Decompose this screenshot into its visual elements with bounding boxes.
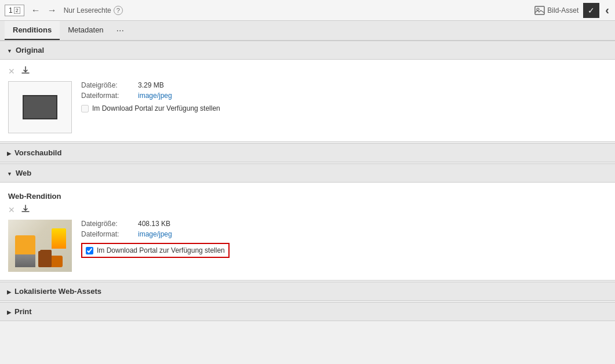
section-print-title: Print <box>14 307 32 316</box>
original-thumbnail <box>8 81 72 133</box>
section-lokalisierte: Lokalisierte Web-Assets <box>0 282 615 301</box>
original-file-info: Dateigröße: 3.29 MB Dateiformat: image/j… <box>8 81 607 133</box>
original-download-portal-row: Im Download Portal zur Verfügung stellen <box>81 104 220 112</box>
tab-renditions[interactable]: Renditions <box>5 21 60 40</box>
section-web-title: Web <box>16 169 31 177</box>
original-action-icons: ✕ <box>8 65 607 77</box>
section-original-content: ✕ Dateigröße: 3.29 MB Date <box>0 60 615 142</box>
web-action-icons: ✕ <box>8 204 607 215</box>
section-web-arrow <box>7 169 12 177</box>
original-format-row: Dateiformat: image/jpeg <box>81 92 220 100</box>
web-thumbnail <box>8 220 72 272</box>
web-format-row: Dateiformat: image/jpeg <box>81 230 230 238</box>
section-original: Original ✕ Dateigröße: 3.29 MB <box>0 41 615 142</box>
section-print-header[interactable]: Print <box>0 302 615 321</box>
top-bar: 1 2 ← → Nur Leserechte ? Bild-Asset ✓ ‹ <box>0 0 615 21</box>
original-filesize-label: Dateigröße: <box>81 81 133 89</box>
help-icon[interactable]: ? <box>114 6 123 15</box>
svg-point-1 <box>537 8 539 10</box>
web-filesize-value: 408.13 KB <box>138 220 170 228</box>
section-web-header[interactable]: Web <box>0 163 615 183</box>
page-num-1: 1 <box>9 6 13 14</box>
web-filesize-row: Dateigröße: 408.13 KB <box>81 220 230 228</box>
web-thumb-blender <box>8 220 72 272</box>
section-vorschaubild-arrow <box>7 148 11 157</box>
section-print-arrow <box>7 307 11 316</box>
web-download-portal-row: Im Download Portal zur Verfügung stellen <box>81 243 230 258</box>
section-vorschaubild-title: Vorschaubild <box>14 148 61 157</box>
original-download-portal-checkbox[interactable] <box>81 105 89 112</box>
section-print: Print <box>0 302 615 321</box>
web-format-label: Dateiformat: <box>81 230 133 238</box>
original-download-icon[interactable] <box>21 65 30 77</box>
section-web-content: Web-Rendition ✕ <box>0 183 615 281</box>
web-close-icon: ✕ <box>8 205 15 214</box>
bild-asset-text: Bild-Asset <box>547 6 578 14</box>
page-indicator[interactable]: 1 2 <box>5 5 24 16</box>
back-btn[interactable]: ← <box>29 4 43 17</box>
original-close-icon: ✕ <box>8 67 15 76</box>
top-bar-left: 1 2 ← → Nur Leserechte ? <box>5 4 123 17</box>
asset-type-icon <box>534 5 545 16</box>
original-download-portal-label: Im Download Portal zur Verfügung stellen <box>92 104 220 112</box>
web-file-info: Dateigröße: 408.13 KB Dateiformat: image… <box>8 220 607 272</box>
readonly-badge: Nur Leserechte ? <box>64 6 123 15</box>
svg-rect-0 <box>535 6 544 14</box>
section-original-arrow <box>7 46 12 54</box>
original-thumb-img <box>23 95 57 119</box>
web-meta: Dateigröße: 408.13 KB Dateiformat: image… <box>81 220 230 258</box>
web-download-portal-checkbox[interactable] <box>86 247 93 254</box>
section-original-header[interactable]: Original <box>0 41 615 60</box>
top-bar-right: Bild-Asset ✓ ‹ <box>534 2 610 18</box>
original-format-label: Dateiformat: <box>81 92 133 100</box>
nav-arrows: ← → <box>29 4 59 17</box>
confirm-btn[interactable]: ✓ <box>583 3 599 18</box>
forward-btn[interactable]: → <box>45 4 59 17</box>
web-format-value: image/jpeg <box>138 230 172 238</box>
web-filesize-label: Dateigröße: <box>81 220 133 228</box>
section-original-title: Original <box>16 46 44 54</box>
section-vorschaubild: Vorschaubild <box>0 143 615 162</box>
original-format-value: image/jpeg <box>138 92 172 100</box>
collapse-btn[interactable]: ‹ <box>604 2 610 18</box>
tab-metadaten[interactable]: Metadaten <box>60 21 111 40</box>
content-area: Original ✕ Dateigröße: 3.29 MB <box>0 41 615 364</box>
bild-asset-label: Bild-Asset <box>534 5 578 16</box>
tab-more-btn[interactable]: ··· <box>112 23 129 38</box>
original-filesize-value: 3.29 MB <box>138 81 164 89</box>
section-vorschaubild-header[interactable]: Vorschaubild <box>0 143 615 162</box>
section-lokalisierte-arrow <box>7 287 11 296</box>
web-sub-title: Web-Rendition <box>8 188 607 204</box>
web-download-icon[interactable] <box>21 204 30 215</box>
tabs-bar: Renditions Metadaten ··· <box>0 21 615 41</box>
section-lokalisierte-title: Lokalisierte Web-Assets <box>14 287 101 296</box>
section-lokalisierte-header[interactable]: Lokalisierte Web-Assets <box>0 282 615 301</box>
original-meta: Dateigröße: 3.29 MB Dateiformat: image/j… <box>81 81 220 112</box>
original-filesize-row: Dateigröße: 3.29 MB <box>81 81 220 89</box>
readonly-label: Nur Leserechte <box>64 6 111 14</box>
section-web: Web Web-Rendition ✕ <box>0 163 615 281</box>
page-num-box: 2 <box>14 7 20 14</box>
web-download-portal-label: Im Download Portal zur Verfügung stellen <box>97 246 225 254</box>
